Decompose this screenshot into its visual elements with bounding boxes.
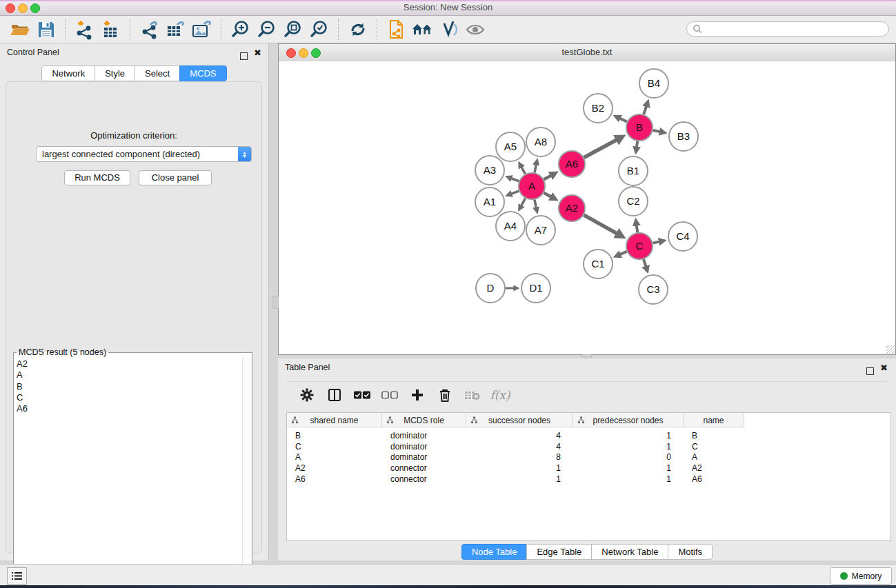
export-image-button[interactable] <box>189 18 215 41</box>
result-item[interactable]: B <box>17 381 243 392</box>
table-settings-button[interactable] <box>299 387 315 403</box>
network-graph[interactable]: AA6A2BCA5A8A3A1A4A7B2B4B3B1C2C4C1C3DD1 <box>279 61 895 354</box>
edge-A6-B[interactable] <box>584 138 620 157</box>
result-item[interactable]: C <box>17 392 243 403</box>
result-item[interactable]: A6 <box>17 403 243 414</box>
import-table-button[interactable] <box>98 18 124 41</box>
edge-C-C4[interactable] <box>653 241 662 243</box>
edge-A-A3[interactable] <box>509 178 519 181</box>
apply-layout-button[interactable] <box>345 18 371 41</box>
edge-B-B2[interactable] <box>617 117 627 121</box>
edge-C-C2[interactable] <box>636 223 637 232</box>
save-session-button[interactable] <box>33 18 59 41</box>
delete-table-button[interactable] <box>464 387 481 403</box>
close-panel-button[interactable]: ✖ <box>254 49 261 57</box>
edge-A-A4[interactable] <box>520 199 525 208</box>
column-header-MCDS-role[interactable]: MCDS role <box>382 413 466 427</box>
float-panel-button[interactable] <box>240 48 248 66</box>
node-label-D1: D1 <box>529 282 542 294</box>
edge-B-B3[interactable] <box>653 130 663 132</box>
window-resize-grip[interactable] <box>886 345 895 354</box>
tab-style[interactable]: Style <box>94 65 135 81</box>
toolbar-separator <box>130 19 131 40</box>
edge-C-C1[interactable] <box>617 252 626 256</box>
select-all-button[interactable] <box>354 387 370 403</box>
tree-icon <box>577 416 585 424</box>
edge-A-A7[interactable] <box>535 200 537 210</box>
edge-A-A5[interactable] <box>520 165 525 174</box>
delete-table-icon <box>464 389 481 401</box>
hide-graphics-button[interactable] <box>436 18 462 41</box>
table-import-icon <box>101 19 121 40</box>
table-row[interactable]: A6connector11A6 <box>287 474 744 485</box>
table-row[interactable]: Bdominator41B <box>287 430 744 441</box>
tab-select[interactable]: Select <box>135 65 180 81</box>
open-folder-icon <box>10 20 30 39</box>
tab-network-table[interactable]: Network Table <box>591 544 668 560</box>
show-columns-button[interactable] <box>326 387 343 403</box>
column-header-successor-nodes[interactable]: successor nodes <box>466 413 573 427</box>
function-builder-button[interactable]: f(x) <box>492 387 508 403</box>
zoom-in-button[interactable] <box>228 18 254 41</box>
tab-node-table[interactable]: Node Table <box>461 544 528 560</box>
vertical-splitter-grip[interactable] <box>272 296 279 309</box>
edge-A-A2[interactable] <box>544 193 554 199</box>
search-field[interactable] <box>686 21 889 37</box>
birds-eye-button[interactable] <box>410 18 436 41</box>
task-history-button[interactable] <box>7 567 27 585</box>
edge-A-A8[interactable] <box>535 162 537 172</box>
node-label-A: A <box>528 180 535 192</box>
edge-A2-C[interactable] <box>584 215 620 236</box>
show-graphics-button[interactable] <box>462 18 488 41</box>
table-row[interactable]: Adominator80A <box>287 452 744 463</box>
plus-icon <box>411 389 424 401</box>
memory-button[interactable]: Memory <box>830 567 892 585</box>
close-panel-button[interactable]: Close panel <box>139 170 212 185</box>
zoom-selected-button[interactable] <box>306 18 332 41</box>
edge-B-B4[interactable] <box>644 103 647 114</box>
column-label: MCDS role <box>404 416 444 425</box>
edge-A-A1[interactable] <box>509 191 519 194</box>
edge-C-C3[interactable] <box>644 259 647 269</box>
run-mcds-button[interactable]: Run MCDS <box>64 170 130 185</box>
optimization-criterion-select[interactable]: largest connected component (directed) ▲… <box>36 146 252 162</box>
tab-edge-table[interactable]: Edge Table <box>526 544 592 560</box>
network-window-titlebar[interactable]: testGlobe.txt <box>279 44 895 62</box>
cell-shared-name: C <box>287 441 382 452</box>
node-label-C4: C4 <box>676 230 689 242</box>
result-item[interactable]: A2 <box>17 358 243 369</box>
dropdown-stepper-icon: ▲▼ <box>238 147 251 161</box>
edge-A-A6[interactable] <box>544 174 554 179</box>
search-input[interactable] <box>706 23 888 34</box>
table-row[interactable]: A2connector11A2 <box>287 463 744 474</box>
zoom-out-button[interactable] <box>254 18 280 41</box>
float-icon <box>866 367 874 375</box>
mcds-result-list[interactable]: A2ABCA6 <box>14 357 243 576</box>
eye-slash-icon <box>439 20 459 39</box>
result-scrollbar[interactable] <box>242 357 252 576</box>
magnifier-plus-icon <box>230 19 251 40</box>
column-header-shared-name[interactable]: shared name <box>287 413 382 427</box>
export-network-button[interactable] <box>137 18 163 41</box>
result-item[interactable]: A <box>17 369 243 381</box>
delete-column-button[interactable] <box>437 387 453 403</box>
zoom-fit-button[interactable] <box>280 18 306 41</box>
tab-network[interactable]: Network <box>41 65 95 81</box>
import-network-button[interactable] <box>72 18 98 41</box>
open-session-button[interactable] <box>7 18 33 41</box>
column-header-predecessor-nodes[interactable]: predecessor nodes <box>573 413 684 427</box>
network-canvas[interactable]: AA6A2BCA5A8A3A1A4A7B2B4B3B1C2C4C1C3DD1 <box>279 61 895 354</box>
network-overview-button[interactable] <box>384 18 410 41</box>
table-panel: Table Panel ✖ <box>278 358 896 560</box>
tab-mcds[interactable]: MCDS <box>179 65 226 81</box>
cell-successor-nodes: 4 <box>466 441 573 452</box>
edge-B-B1[interactable] <box>636 141 637 150</box>
close-table-panel-button[interactable]: ✖ <box>880 364 888 372</box>
export-table-button[interactable] <box>163 18 189 41</box>
deselect-all-button[interactable] <box>381 387 398 403</box>
table-row[interactable]: Cdominator41C <box>287 441 744 452</box>
tab-motifs[interactable]: Motifs <box>668 544 713 560</box>
add-column-button[interactable] <box>409 387 426 403</box>
column-header-name[interactable]: name <box>684 413 744 427</box>
float-table-panel-button[interactable] <box>866 363 874 381</box>
